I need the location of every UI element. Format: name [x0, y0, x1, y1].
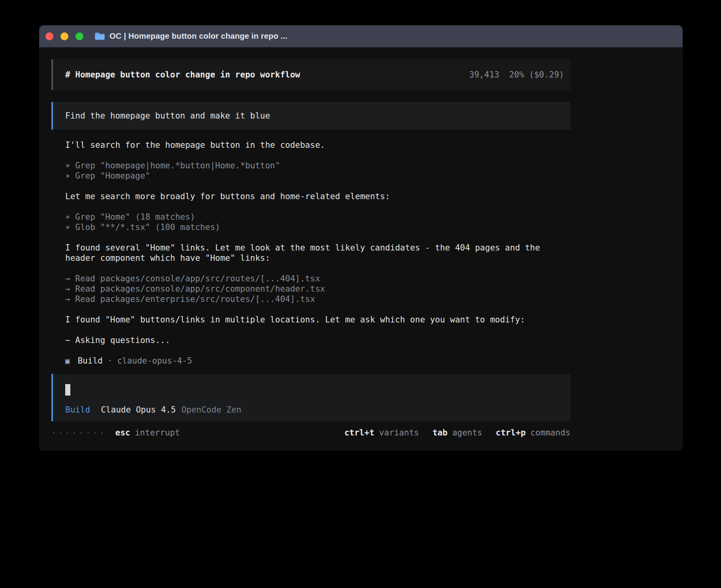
- titlebar: OC | Homepage button color change in rep…: [39, 25, 683, 47]
- variants-hint: ctrl+t variants: [344, 428, 419, 438]
- commands-label: commands: [530, 428, 570, 438]
- variants-label: variants: [379, 428, 419, 438]
- assistant-text: Let me search more broadly for buttons a…: [65, 191, 555, 202]
- user-message-text: Find the homepage button and make it blu…: [65, 111, 270, 121]
- esc-key: esc: [115, 428, 130, 438]
- provider-label: OpenCode Zen: [181, 405, 242, 415]
- status-bar: ········ esc interrupt ctrl+t variants t…: [51, 428, 570, 438]
- interrupt-hint: esc interrupt: [115, 428, 180, 438]
- close-button[interactable]: [45, 32, 53, 40]
- session-stats: 39,413 20% ($0.29): [469, 70, 564, 80]
- terminal-window: OC | Homepage button color change in rep…: [39, 25, 683, 451]
- assistant-text: I found several "Home" links. Let me loo…: [65, 243, 555, 263]
- session-header: # Homepage button color change in repo w…: [51, 59, 570, 90]
- status-right: ctrl+t variants tab agents ctrl+p comman…: [344, 428, 570, 438]
- tool-call: ∗ Grep "Home" (18 matches): [65, 212, 555, 222]
- agent-model: claude-opus-4-5: [117, 356, 192, 366]
- working-status: ~ Asking questions...: [65, 335, 555, 345]
- tool-call: ∗ Grep "Homepage": [65, 171, 555, 181]
- minimize-button[interactable]: [60, 32, 68, 40]
- prompt-input[interactable]: Build Claude Opus 4.5 OpenCode Zen: [51, 374, 570, 421]
- user-message: Find the homepage button and make it blu…: [51, 102, 570, 130]
- tool-call-group: ∗ Grep "Home" (18 matches) ∗ Glob "**/*.…: [65, 212, 555, 232]
- tool-call-group: ∗ Grep "homepage|home.*button|Home.*butt…: [65, 160, 555, 181]
- terminal-content: # Homepage button color change in repo w…: [39, 47, 683, 451]
- status-left: ········ esc interrupt: [51, 428, 180, 438]
- assistant-text: I'll search for the homepage button in t…: [65, 140, 555, 150]
- tool-call: → Read packages/console/app/src/routes/[…: [65, 273, 555, 284]
- agent-line: ▣ Build · claude-opus-4-5: [65, 356, 555, 366]
- input-meta: Build Claude Opus 4.5 OpenCode Zen: [65, 405, 564, 415]
- ctrl-p-key: ctrl+p: [496, 428, 526, 438]
- agents-hint: tab agents: [432, 428, 482, 438]
- window-title: OC | Homepage button color change in rep…: [109, 32, 287, 41]
- zoom-button[interactable]: [75, 32, 83, 40]
- throbber-dots: ········: [51, 428, 107, 438]
- folder-icon: [94, 32, 105, 40]
- agent-icon: ▣: [65, 356, 70, 366]
- tool-call: → Read packages/console/app/src/componen…: [65, 284, 555, 294]
- tool-call: → Read packages/enterprise/src/routes/[.…: [65, 294, 555, 304]
- tool-call-group: → Read packages/console/app/src/routes/[…: [65, 273, 555, 304]
- ctrl-t-key: ctrl+t: [344, 428, 374, 438]
- session-title: # Homepage button color change in repo w…: [65, 70, 300, 80]
- agents-label: agents: [452, 428, 482, 438]
- commands-hint: ctrl+p commands: [496, 428, 570, 438]
- context-usage: 20% ($0.29): [509, 70, 564, 80]
- agent-separator: ·: [108, 356, 113, 366]
- tool-call: ∗ Grep "homepage|home.*button|Home.*butt…: [65, 160, 555, 171]
- traffic-lights: [45, 32, 83, 40]
- tool-call: ∗ Glob "**/*.tsx" (100 matches): [65, 222, 555, 232]
- transcript: I'll search for the homepage button in t…: [65, 140, 555, 366]
- text-cursor: [65, 384, 70, 396]
- mode-label: Build: [65, 405, 90, 415]
- agent-name: Build: [77, 356, 102, 366]
- assistant-text: I found "Home" buttons/links in multiple…: [65, 315, 555, 325]
- token-count: 39,413: [469, 70, 499, 80]
- tab-key: tab: [432, 428, 447, 438]
- model-label: Claude Opus 4.5: [101, 405, 176, 415]
- interrupt-label: interrupt: [135, 428, 180, 438]
